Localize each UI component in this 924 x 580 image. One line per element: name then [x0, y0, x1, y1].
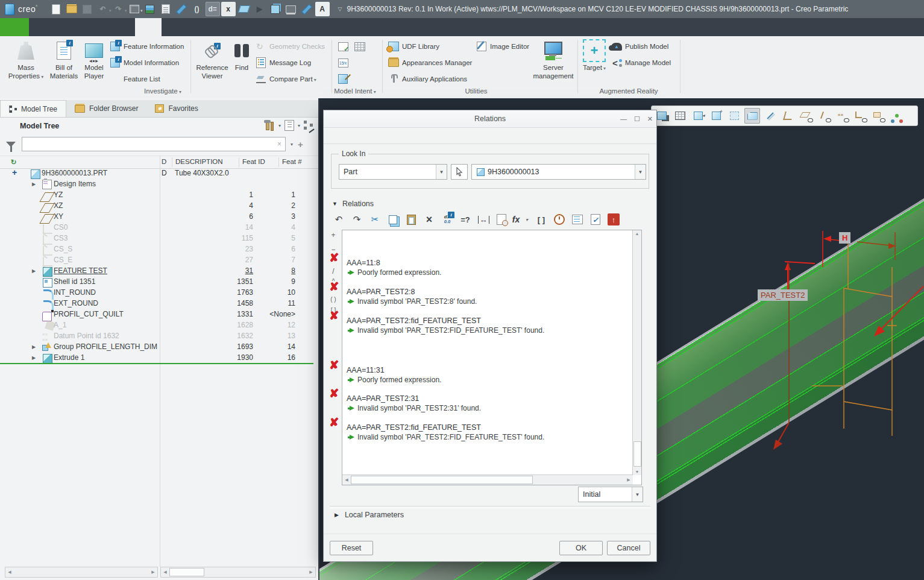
- annotation-a-icon[interactable]: A: [315, 2, 330, 16]
- tab-model-tree[interactable]: Model Tree: [0, 100, 66, 117]
- tree-row[interactable]: CS3 115 5: [0, 233, 313, 244]
- spin-center-icon[interactable]: [889, 108, 905, 124]
- relation-error-block[interactable]: AAA=11:8 Poorly formed expression.: [347, 258, 632, 277]
- tab-tools[interactable]: [135, 18, 162, 36]
- model-combo[interactable]: 9H3600000013 ▼: [471, 164, 646, 180]
- functions-icon[interactable]: fx: [511, 212, 521, 227]
- tree-row[interactable]: CS_S 23 6: [0, 244, 313, 254]
- capture-image-icon[interactable]: [672, 108, 688, 124]
- cut-icon[interactable]: ✂: [366, 212, 384, 227]
- tree-row[interactable]: Extrude 1 1930 16: [0, 352, 313, 363]
- relations-editor[interactable]: AAA=11:8 Poorly formed expression. AAA=P…: [342, 230, 642, 485]
- expand-icon[interactable]: ▶: [335, 512, 339, 518]
- tree-search-box[interactable]: ×: [22, 137, 286, 151]
- redo-icon[interactable]: ↷: [348, 212, 366, 227]
- tree-row[interactable]: 9H3600000013.PRT D Tube 40X30X2.0: [0, 168, 313, 178]
- tab-analysis[interactable]: [55, 18, 82, 36]
- functions-dropdown-icon[interactable]: ▾: [521, 212, 532, 227]
- combo-dropdown-icon[interactable]: ▼: [436, 165, 447, 179]
- mass-properties-button[interactable]: Mass Properties: [7, 38, 45, 81]
- paste-icon[interactable]: [402, 212, 420, 227]
- model-intent-check-button[interactable]: [338, 40, 348, 53]
- manage-model-button[interactable]: Manage Model: [611, 56, 671, 69]
- parameters-icon[interactable]: d=: [206, 2, 220, 16]
- dialog-title-bar[interactable]: Relations: [324, 110, 656, 128]
- tree-row[interactable]: INT_ROUND 1763 10: [0, 287, 313, 298]
- evaluate-icon[interactable]: =?: [456, 212, 474, 227]
- relations-icon[interactable]: (): [190, 2, 204, 16]
- tab-live-simulation[interactable]: [82, 18, 108, 36]
- sorted-list-icon[interactable]: [568, 212, 586, 227]
- cancel-button[interactable]: Cancel: [607, 541, 650, 555]
- investigate-group-label[interactable]: Investigate: [102, 87, 223, 97]
- options-list-icon[interactable]: [159, 2, 173, 16]
- open-file-icon[interactable]: [64, 2, 79, 16]
- expander-icon[interactable]: [32, 179, 38, 188]
- tree-row[interactable]: A_1 1628 12: [0, 320, 313, 330]
- udf-library-button[interactable]: UDF Library: [388, 40, 439, 53]
- tree-row[interactable]: YZ 1 1: [0, 189, 313, 200]
- plane-display-icon[interactable]: [799, 108, 814, 124]
- tree-settings-dropdown-icon[interactable]: ▾: [298, 123, 300, 128]
- tree-row[interactable]: CS_E 27 7: [0, 254, 313, 265]
- model-information-button[interactable]: i Model Information: [110, 56, 179, 69]
- sketch-display-icon[interactable]: [762, 108, 778, 124]
- search-dropdown-icon[interactable]: ▾: [291, 142, 293, 147]
- tab-applications[interactable]: [215, 18, 241, 36]
- saved-orientations-icon[interactable]: [708, 108, 724, 124]
- server-management-button[interactable]: Server management: [532, 38, 575, 80]
- tree-row[interactable]: XY 6 3: [0, 211, 313, 222]
- editor-vertical-scrollbar[interactable]: ▲▼: [632, 230, 641, 475]
- appearances-manager-button[interactable]: Appearances Manager: [388, 56, 472, 69]
- component-icon[interactable]: [268, 2, 283, 16]
- csys-display-icon[interactable]: [853, 108, 869, 124]
- tab-view[interactable]: [162, 18, 188, 36]
- delete-icon[interactable]: ×: [420, 212, 438, 227]
- relations-text[interactable]: AAA=11:8 Poorly formed expression. AAA=P…: [343, 230, 632, 475]
- tab-favorites[interactable]: Favorites: [146, 100, 206, 117]
- tree-row[interactable]: CS0 14 4: [0, 222, 313, 233]
- tab-flexible-modeling[interactable]: [188, 18, 215, 36]
- ok-button[interactable]: OK: [559, 541, 603, 555]
- relation-error-block[interactable]: AAA=11:31 Poorly formed expression.: [347, 365, 632, 385]
- columns-horizontal-scrollbar[interactable]: ◀▶: [160, 567, 316, 578]
- tab-annotate[interactable]: [108, 18, 135, 36]
- undo-icon[interactable]: ↶: [96, 2, 110, 16]
- bill-of-materials-button[interactable]: i Bill of Materials: [47, 38, 81, 80]
- combo-dropdown-icon[interactable]: ▼: [635, 165, 646, 179]
- expander-icon[interactable]: [12, 168, 18, 177]
- tab-folder-browser[interactable]: Folder Browser: [66, 100, 146, 117]
- clear-search-icon[interactable]: ×: [277, 140, 285, 148]
- look-in-scope-combo[interactable]: Part ▼: [339, 164, 447, 180]
- copy-icon[interactable]: [384, 212, 402, 227]
- target-button[interactable]: Target: [581, 38, 608, 73]
- relation-error-block[interactable]: AAA=PAR_TEST2:fid_FEATURE_TEST Invalid s…: [347, 316, 632, 335]
- measure-icon[interactable]: ↔: [474, 212, 492, 227]
- insert-indicator-line[interactable]: [0, 363, 313, 364]
- units-gauge-icon[interactable]: [550, 212, 568, 227]
- relations-section-header[interactable]: ▼ Relations: [332, 200, 374, 208]
- tree-tools-dropdown-icon[interactable]: ▾: [278, 123, 281, 128]
- relation-error-block[interactable]: AAA=PAR_TEST2:fid_FEATURE_TEST Invalid s…: [347, 423, 632, 442]
- tree-show-icon[interactable]: [304, 121, 313, 130]
- save-icon[interactable]: [80, 2, 95, 16]
- close-icon[interactable]: ✕: [647, 115, 653, 123]
- tree-column-header[interactable]: D DESCRIPTION Feat ID Feat #: [0, 156, 318, 169]
- errors-icon[interactable]: [605, 212, 623, 227]
- tab-file[interactable]: [0, 18, 29, 36]
- message-log-button[interactable]: Message Log: [256, 56, 311, 69]
- parens-operator-button[interactable]: ( ): [326, 296, 341, 303]
- tree-row[interactable]: XZ 4 2: [0, 200, 313, 211]
- dimension-label-h[interactable]: H: [839, 232, 850, 244]
- model-intent-parameters-button[interactable]: [338, 56, 348, 69]
- model-player-button[interactable]: Model Player: [80, 38, 108, 80]
- tree-row[interactable]: Design Items: [0, 178, 313, 189]
- model-intent-table-button[interactable]: [354, 40, 365, 53]
- plus-operator-button[interactable]: +: [326, 231, 341, 239]
- tab-model[interactable]: [29, 18, 55, 36]
- model-intent-edit-button[interactable]: [338, 72, 348, 86]
- axis-display-icon[interactable]: [817, 108, 832, 124]
- measure-icon[interactable]: [174, 2, 189, 16]
- editor-horizontal-scrollbar[interactable]: ◀▶: [342, 474, 633, 485]
- auxiliary-applications-button[interactable]: Auxiliary Applications: [388, 72, 467, 86]
